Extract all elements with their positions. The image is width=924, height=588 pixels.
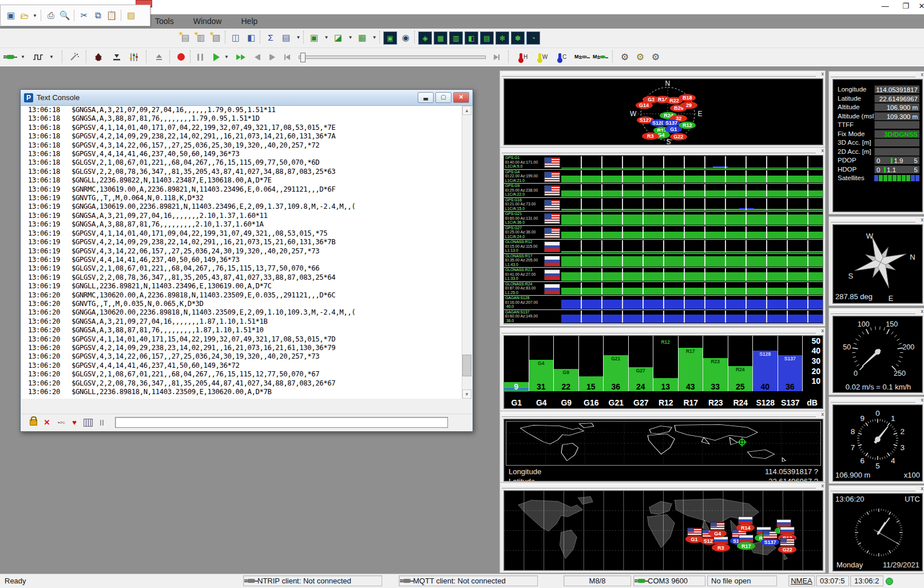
- pc-time-icon[interactable]: ◔PC: [54, 417, 67, 428]
- fast-forward-icon[interactable]: [233, 50, 248, 64]
- thermo-hot-icon[interactable]: H: [515, 50, 532, 64]
- connect-dropdown-icon[interactable]: ▼: [19, 50, 26, 64]
- thermo-cold-icon[interactable]: C: [554, 50, 571, 64]
- close-icon[interactable]: x: [822, 411, 824, 418]
- download-icon[interactable]: [110, 50, 124, 64]
- play-icon[interactable]: [209, 50, 223, 64]
- status-com-port[interactable]: COM3 9600: [633, 575, 705, 586]
- binary-console-window-icon[interactable]: ▦: [434, 31, 447, 45]
- eject-icon[interactable]: [152, 50, 166, 64]
- print-preview-icon[interactable]: 🔍: [58, 9, 72, 22]
- step-back-icon[interactable]: [251, 50, 264, 64]
- thermo-warm-icon[interactable]: W: [534, 50, 552, 64]
- filter-sliders-icon[interactable]: [127, 50, 141, 64]
- statistic-window-icon[interactable]: ✻: [495, 31, 509, 45]
- signal-history-grip[interactable]: x: [500, 148, 825, 154]
- close-icon[interactable]: x: [921, 217, 924, 223]
- play-dropdown-icon[interactable]: ▼: [223, 50, 230, 64]
- signal-level-grip[interactable]: x: [500, 328, 825, 334]
- clock-grip[interactable]: x: [829, 486, 924, 492]
- close-icon[interactable]: x: [822, 148, 824, 154]
- new-player-message-icon[interactable]: ✶▤: [179, 30, 192, 45]
- text-console-titlebar[interactable]: P Text Console ▃ ▢ ✕: [21, 90, 473, 106]
- lock-icon[interactable]: [27, 417, 39, 428]
- console-scrollbar[interactable]: ▲ ▼: [462, 106, 472, 399]
- print-icon[interactable]: ⎙: [44, 9, 58, 22]
- console-close-button[interactable]: ✕: [453, 92, 469, 103]
- copy-icon[interactable]: ⧉: [91, 9, 105, 22]
- gear-3-icon[interactable]: ⚙: [649, 50, 663, 64]
- docking-view-icon[interactable]: ◫: [229, 30, 243, 45]
- packet-console-window-icon[interactable]: ◈: [418, 31, 432, 45]
- step-forward-icon[interactable]: [265, 50, 279, 64]
- close-window-button[interactable]: ✕: [913, 1, 924, 11]
- compass-grip[interactable]: x: [829, 217, 924, 223]
- open-icon[interactable]: 🗁: [18, 9, 31, 22]
- slider-handle[interactable]: [300, 53, 306, 62]
- close-icon[interactable]: x: [921, 486, 924, 492]
- gear-1-icon[interactable]: ⚙: [618, 50, 632, 64]
- new-player-01-icon[interactable]: ✶▥: [194, 30, 208, 45]
- world-position-grip[interactable]: x: [500, 411, 825, 418]
- table-window-icon[interactable]: ✽: [511, 31, 525, 45]
- ground-track-grip[interactable]: x: [500, 483, 825, 489]
- maximize-window-button[interactable]: ❐: [897, 1, 914, 11]
- baudrate-dropdown-icon[interactable]: ▼: [48, 50, 55, 64]
- split-view-icon[interactable]: ◧: [244, 30, 258, 45]
- map-dropdown-icon[interactable]: ▼: [323, 30, 330, 45]
- m-plus-receiver-icon[interactable]: M+: [574, 50, 589, 64]
- close-icon[interactable]: x: [822, 483, 824, 489]
- debug-bug-icon[interactable]: [92, 50, 105, 64]
- status-logfile[interactable]: No file open: [707, 575, 777, 586]
- console-minimize-button[interactable]: ▃: [418, 92, 434, 103]
- histogram-view-icon[interactable]: ▦: [355, 30, 369, 45]
- mail-close-icon[interactable]: ▨: [124, 9, 138, 22]
- map-view-icon[interactable]: ▣: [307, 30, 321, 45]
- pause-bars-icon[interactable]: [96, 417, 108, 428]
- menu-tools[interactable]: Tools: [153, 15, 176, 27]
- status-protocol[interactable]: NMEA: [788, 575, 815, 586]
- cut-icon[interactable]: ✂: [77, 9, 91, 22]
- histogram-dropdown-icon[interactable]: ▼: [371, 30, 378, 45]
- m-plus-connect-icon[interactable]: M+: [593, 50, 608, 64]
- record-icon[interactable]: [174, 50, 188, 64]
- messages-window-icon[interactable]: ◧: [465, 31, 478, 45]
- minimize-window-button[interactable]: —: [877, 1, 894, 11]
- clear-icon[interactable]: ✕: [41, 417, 53, 428]
- position-slider[interactable]: [299, 55, 486, 59]
- console-filter-input[interactable]: [115, 417, 448, 428]
- pause-icon[interactable]: [193, 50, 207, 64]
- sphere-view-icon[interactable]: ◉: [399, 30, 413, 45]
- close-icon[interactable]: x: [921, 308, 924, 315]
- menu-window[interactable]: Window: [191, 15, 224, 27]
- close-icon[interactable]: x: [822, 328, 824, 334]
- speedometer-grip[interactable]: x: [829, 308, 924, 315]
- status-receiver-model[interactable]: M8/8: [564, 575, 631, 586]
- statistic-view-icon[interactable]: Σ: [264, 30, 277, 45]
- altimeter-grip[interactable]: x: [829, 397, 924, 403]
- gear-2-icon[interactable]: ⚙: [633, 50, 647, 64]
- autobaud-wand-icon[interactable]: [68, 50, 81, 64]
- configuration-window-icon[interactable]: ▤: [480, 31, 494, 45]
- chart-dropdown-icon[interactable]: ▼: [347, 30, 354, 45]
- messages-view-icon[interactable]: ▤: [279, 30, 293, 45]
- baudrate-icon[interactable]: [31, 50, 46, 64]
- save-icon[interactable]: ▣: [4, 9, 18, 22]
- camera-view-icon[interactable]: ▣: [383, 31, 397, 45]
- skip-start-icon[interactable]: [280, 50, 294, 64]
- status-ntrip[interactable]: NTRIP client: Not connected: [243, 575, 382, 586]
- log-heart-icon[interactable]: ♥: [68, 417, 81, 428]
- status-mqtt[interactable]: MQTT client: Not connected: [399, 575, 538, 586]
- skip-end-icon[interactable]: [490, 50, 503, 64]
- menu-help[interactable]: Help: [239, 15, 260, 27]
- scroll-down-icon[interactable]: ▼: [462, 390, 471, 399]
- data-panel-grip[interactable]: x: [829, 71, 924, 78]
- new-player-doc-icon[interactable]: ✶▧: [209, 30, 223, 45]
- close-icon[interactable]: x: [921, 71, 924, 78]
- open-dropdown-icon[interactable]: ▼: [31, 9, 38, 22]
- table-icon[interactable]: [82, 417, 94, 428]
- views-dropdown-icon[interactable]: ▼: [295, 30, 302, 45]
- close-icon[interactable]: x: [822, 71, 824, 77]
- scrollbar-thumb[interactable]: [462, 355, 471, 376]
- close-icon[interactable]: x: [921, 397, 924, 403]
